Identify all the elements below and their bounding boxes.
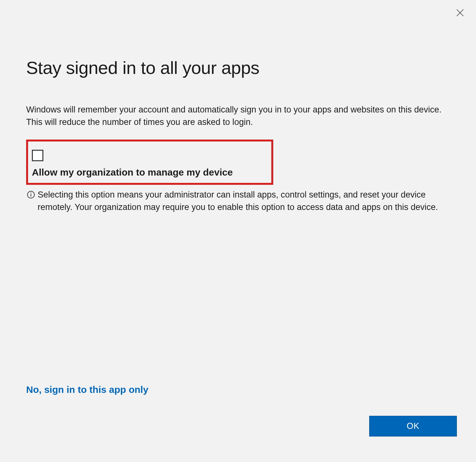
info-row: Selecting this option means your adminis… <box>26 189 450 213</box>
info-icon <box>27 190 35 202</box>
allow-manage-label: Allow my organization to manage my devic… <box>32 167 267 178</box>
ok-button[interactable]: OK <box>369 416 457 437</box>
dialog-content: Stay signed in to all your apps Windows … <box>0 0 476 246</box>
dialog-title: Stay signed in to all your apps <box>26 57 450 78</box>
checkbox-row: Allow my organization to manage my devic… <box>32 150 267 178</box>
info-text: Selecting this option means your adminis… <box>38 189 450 213</box>
close-button[interactable] <box>454 6 466 19</box>
allow-manage-checkbox[interactable] <box>32 150 43 161</box>
manage-device-highlight: Allow my organization to manage my devic… <box>26 140 273 185</box>
dialog-description: Windows will remember your account and a… <box>26 104 450 128</box>
stay-signed-in-dialog: Stay signed in to all your apps Windows … <box>0 0 476 462</box>
sign-in-app-only-link[interactable]: No, sign in to this app only <box>26 384 148 395</box>
close-icon <box>456 8 465 17</box>
svg-point-4 <box>31 193 32 194</box>
